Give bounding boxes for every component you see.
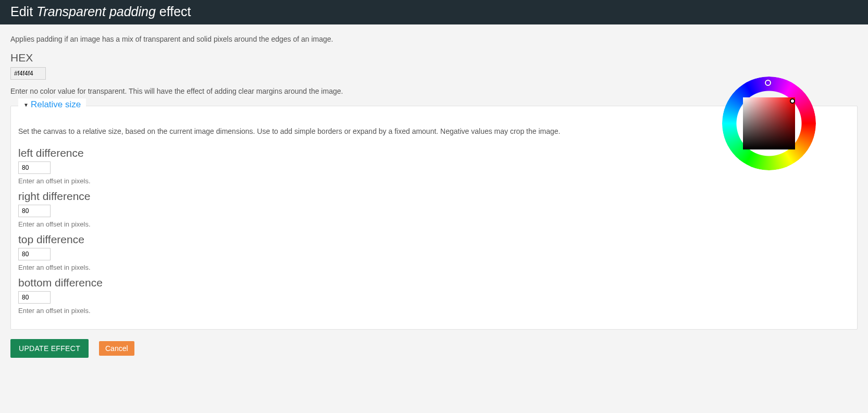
cancel-button[interactable]: Cancel bbox=[99, 341, 134, 356]
saturation-value-square[interactable] bbox=[743, 97, 795, 149]
top-difference-group: top difference Enter an offset in pixels… bbox=[18, 233, 850, 271]
right-difference-input[interactable] bbox=[18, 205, 51, 217]
header-suffix: effect bbox=[156, 4, 191, 19]
sv-indicator[interactable] bbox=[790, 98, 795, 104]
effect-description: Applies padding if an image has a mix of… bbox=[10, 35, 858, 43]
hex-label: HEX bbox=[10, 52, 858, 64]
bottom-difference-group: bottom difference Enter an offset in pix… bbox=[18, 277, 850, 315]
relative-size-tab[interactable]: ▼ Relative size bbox=[18, 98, 86, 111]
bottom-difference-label: bottom difference bbox=[18, 277, 850, 289]
bottom-difference-input[interactable] bbox=[18, 291, 51, 304]
main-content: Applies padding if an image has a mix of… bbox=[0, 24, 868, 368]
right-difference-help: Enter an offset in pixels. bbox=[18, 220, 850, 228]
top-difference-input[interactable] bbox=[18, 248, 51, 260]
color-picker[interactable] bbox=[722, 77, 816, 170]
right-difference-group: right difference Enter an offset in pixe… bbox=[18, 190, 850, 228]
bottom-difference-help: Enter an offset in pixels. bbox=[18, 307, 850, 315]
caret-down-icon: ▼ bbox=[23, 102, 29, 108]
page-header: Edit Transparent padding effect bbox=[0, 0, 868, 24]
right-difference-label: right difference bbox=[18, 190, 850, 203]
header-prefix: Edit bbox=[10, 4, 36, 19]
hex-input[interactable] bbox=[10, 67, 46, 80]
top-difference-help: Enter an offset in pixels. bbox=[18, 264, 850, 271]
panel-title: Relative size bbox=[31, 99, 81, 110]
top-difference-label: top difference bbox=[18, 233, 850, 246]
header-effect-name: Transparent padding bbox=[36, 4, 156, 19]
left-difference-input[interactable] bbox=[18, 161, 51, 174]
hue-indicator[interactable] bbox=[765, 80, 771, 86]
update-effect-button[interactable]: UPDATE EFFECT bbox=[10, 339, 89, 358]
left-difference-help: Enter an offset in pixels. bbox=[18, 177, 850, 185]
action-row: UPDATE EFFECT Cancel bbox=[10, 339, 858, 358]
